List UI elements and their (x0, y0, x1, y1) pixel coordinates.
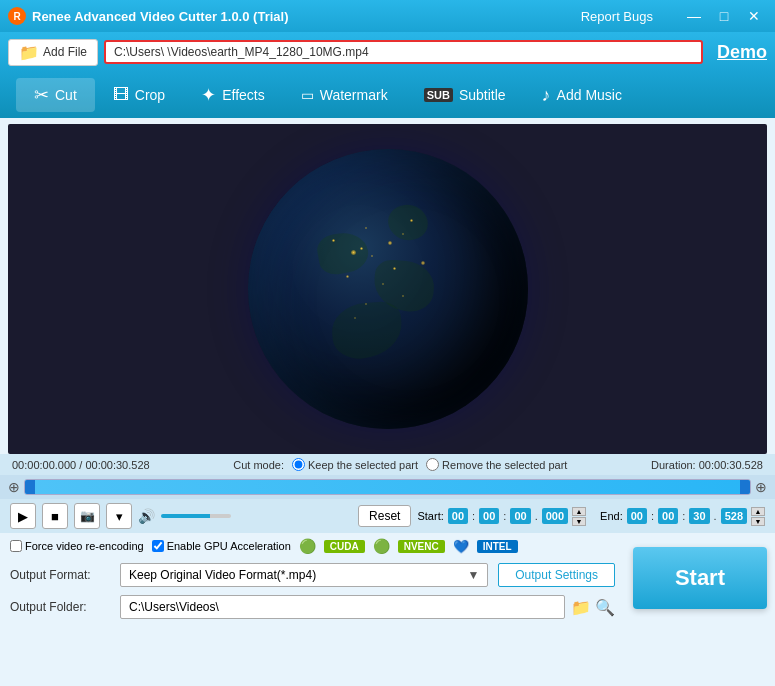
start-sec-box[interactable]: 00 (510, 508, 530, 524)
dropdown-button[interactable]: ▾ (106, 503, 132, 529)
stop-button[interactable]: ■ (42, 503, 68, 529)
end-ms-box[interactable]: 528 (721, 508, 747, 524)
nav-item-effects[interactable]: ✦ Effects (183, 78, 283, 112)
file-path-display: C:\Users\ \Videos\earth_MP4_1280_10MG.mp… (104, 40, 703, 64)
start-time-down[interactable]: ▼ (572, 517, 586, 526)
cuda-badge: CUDA (324, 540, 365, 553)
timeline-slider-container: ⊕ ⊕ (0, 475, 775, 499)
nav-item-crop[interactable]: 🎞 Crop (95, 80, 183, 110)
reset-button[interactable]: Reset (358, 505, 411, 527)
force-encoding-label[interactable]: Force video re-encoding (10, 540, 144, 552)
close-button[interactable]: ✕ (741, 6, 767, 26)
title-bar-left: R Renee Advanced Video Cutter 1.0.0 (Tri… (8, 7, 288, 25)
earth-visual (248, 149, 528, 429)
slider-end-arrow[interactable]: ⊕ (755, 479, 767, 495)
keep-part-radio-label[interactable]: Keep the selected part (292, 458, 418, 471)
nvidia-cuda-icon: 🟢 (299, 538, 316, 554)
intel-icon: 💙 (453, 539, 469, 554)
end-time-group: End: 00 : 00 : 30 . 528 ▲ ▼ (600, 507, 765, 526)
start-button-wrapper: Start (633, 533, 767, 623)
output-format-label: Output Format: (10, 568, 120, 582)
select-arrow-icon: ▼ (467, 568, 479, 582)
report-bugs-link[interactable]: Report Bugs (581, 9, 653, 24)
playback-bar: ▶ ■ 📷 ▾ 🔊 Reset Start: 00 : 00 : 00 . 00… (0, 499, 775, 533)
end-time-up[interactable]: ▲ (751, 507, 765, 516)
maximize-button[interactable]: □ (711, 6, 737, 26)
nvenc-badge: NVENC (398, 540, 445, 553)
slider-start-arrow[interactable]: ⊕ (8, 479, 20, 495)
end-time-spinner[interactable]: ▲ ▼ (751, 507, 765, 526)
start-min-box[interactable]: 00 (479, 508, 499, 524)
nvidia-nvenc-icon: 🟢 (373, 538, 390, 554)
nav-label-subtitle: Subtitle (459, 87, 506, 103)
duration-display: Duration: 00:00:30.528 (651, 459, 763, 471)
end-min-box[interactable]: 00 (658, 508, 678, 524)
nav-toolbar: ✂ Cut 🎞 Crop ✦ Effects ▭ Watermark SUB S… (0, 72, 775, 118)
start-time-spinner[interactable]: ▲ ▼ (572, 507, 586, 526)
window-controls: — □ ✕ (681, 6, 767, 26)
nav-label-add-music: Add Music (557, 87, 622, 103)
cut-mode-label: Cut mode: (233, 459, 284, 471)
end-sec-box[interactable]: 30 (689, 508, 709, 524)
add-file-icon: 📁 (19, 43, 39, 62)
minimize-button[interactable]: — (681, 6, 707, 26)
remove-part-radio-label[interactable]: Remove the selected part (426, 458, 567, 471)
start-time-group: Start: 00 : 00 : 00 . 000 ▲ ▼ (417, 507, 586, 526)
start-ms-box[interactable]: 000 (542, 508, 568, 524)
volume-slider[interactable] (161, 514, 231, 518)
output-settings-button[interactable]: Output Settings (498, 563, 615, 587)
video-preview (8, 124, 767, 454)
intel-badge: INTEL (477, 540, 518, 553)
nav-label-watermark: Watermark (320, 87, 388, 103)
cut-icon: ✂ (34, 84, 49, 106)
app-icon: R (8, 7, 26, 25)
output-folder-label: Output Folder: (10, 600, 120, 614)
gpu-accel-checkbox[interactable] (152, 540, 164, 552)
end-hour-box[interactable]: 00 (627, 508, 647, 524)
current-time-display: 00:00:00.000 / 00:00:30.528 (12, 459, 150, 471)
speaker-icon: 🔊 (138, 508, 155, 524)
nav-item-watermark[interactable]: ▭ Watermark (283, 81, 406, 109)
output-folder-path[interactable]: C:\Users\Videos\ (120, 595, 565, 619)
end-time-down[interactable]: ▼ (751, 517, 765, 526)
nav-item-subtitle[interactable]: SUB Subtitle (406, 81, 524, 109)
cut-mode-group: Cut mode: Keep the selected part Remove … (233, 458, 567, 471)
subtitle-icon: SUB (424, 88, 453, 102)
keep-part-radio[interactable] (292, 458, 305, 471)
add-file-button[interactable]: 📁 Add File (8, 39, 98, 66)
watermark-icon: ▭ (301, 87, 314, 103)
crop-icon: 🎞 (113, 86, 129, 104)
slider-handle-right[interactable] (740, 479, 750, 495)
music-icon: ♪ (542, 85, 551, 106)
toolbar: 📁 Add File C:\Users\ \Videos\earth_MP4_1… (0, 32, 775, 72)
title-bar: R Renee Advanced Video Cutter 1.0.0 (Tri… (0, 0, 775, 32)
remove-part-radio[interactable] (426, 458, 439, 471)
force-encoding-checkbox[interactable] (10, 540, 22, 552)
nav-item-cut[interactable]: ✂ Cut (16, 78, 95, 112)
demo-label: Demo (717, 42, 767, 63)
nav-label-effects: Effects (222, 87, 265, 103)
folder-action-icons: 📁 🔍 (571, 598, 615, 617)
start-hour-box[interactable]: 00 (448, 508, 468, 524)
timeline-slider[interactable] (24, 479, 751, 495)
nav-item-add-music[interactable]: ♪ Add Music (524, 79, 640, 112)
start-time-up[interactable]: ▲ (572, 507, 586, 516)
bottom-panel: Force video re-encoding Enable GPU Accel… (0, 533, 775, 623)
gpu-accel-label[interactable]: Enable GPU Acceleration (152, 540, 291, 552)
output-format-select[interactable]: Keep Original Video Format(*.mp4) ▼ (120, 563, 488, 587)
app-title: Renee Advanced Video Cutter 1.0.0 (Trial… (32, 9, 288, 24)
play-button[interactable]: ▶ (10, 503, 36, 529)
earth-edge (248, 149, 528, 429)
slider-handle-left[interactable] (25, 479, 35, 495)
snapshot-button[interactable]: 📷 (74, 503, 100, 529)
start-button[interactable]: Start (633, 547, 767, 609)
search-folder-icon[interactable]: 🔍 (595, 598, 615, 617)
nav-label-crop: Crop (135, 87, 165, 103)
nav-label-cut: Cut (55, 87, 77, 103)
slider-fill (25, 480, 750, 494)
effects-icon: ✦ (201, 84, 216, 106)
end-label: End: (600, 510, 623, 522)
time-info-bar: 00:00:00.000 / 00:00:30.528 Cut mode: Ke… (0, 454, 775, 475)
start-label: Start: (417, 510, 443, 522)
browse-folder-icon[interactable]: 📁 (571, 598, 591, 617)
